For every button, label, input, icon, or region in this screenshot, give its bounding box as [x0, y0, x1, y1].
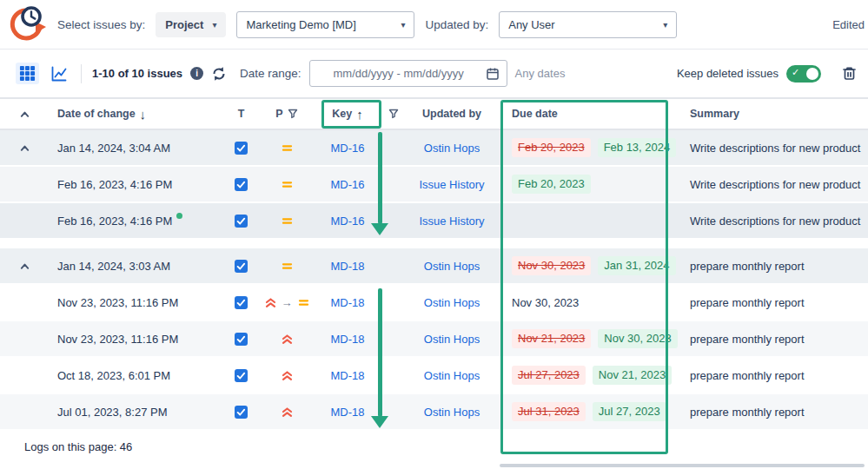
updated-by-link[interactable]: Ostin Hops	[424, 260, 480, 273]
summary-cell: prepare monthly report	[669, 285, 868, 320]
date-range-label: Date range:	[240, 67, 301, 80]
sort-desc-icon[interactable]: ↓	[140, 107, 147, 122]
priority-medium-icon	[282, 261, 293, 272]
due-date-old-value: Jul 31, 2023	[512, 402, 586, 421]
user-dropdown[interactable]: Any User ▾	[499, 11, 677, 38]
priority-cell	[261, 130, 313, 165]
date-of-change-cell: Jan 14, 2024, 3:04 AM	[49, 130, 222, 165]
issue-type-task-icon	[235, 178, 248, 191]
issue-key-link[interactable]: MD-18	[330, 406, 364, 419]
issue-key-link[interactable]: MD-18	[330, 369, 364, 382]
due-date-old-value: Feb 20, 2023	[512, 138, 591, 157]
updated-by-link[interactable]: Issue History	[419, 215, 484, 228]
due-date-cell	[500, 203, 669, 238]
toggle-knob	[806, 68, 818, 80]
issue-type-task-icon	[235, 333, 248, 346]
issue-type-task-icon	[235, 215, 248, 228]
due-date-new-value: Nov 21, 2023	[593, 366, 672, 385]
date-of-change-cell: Nov 23, 2023, 11:16 PM	[49, 321, 222, 356]
keep-deleted-label: Keep deleted issues	[677, 67, 779, 80]
date-of-change-cell: Jan 14, 2024, 3:03 AM	[49, 248, 222, 283]
table-view-icon[interactable]	[16, 63, 39, 84]
date-of-change-cell: Feb 16, 2023, 4:16 PM	[49, 203, 222, 238]
project-dropdown-value: Marketing Demo [MD]	[246, 18, 355, 31]
select-by-mode-value: Project	[165, 18, 203, 31]
column-summary[interactable]: Summary	[690, 108, 739, 120]
refresh-icon[interactable]	[211, 66, 227, 82]
column-priority[interactable]: P	[275, 108, 282, 120]
horizontal-scrollbar[interactable]	[500, 464, 865, 467]
priority-high-icon	[282, 334, 293, 345]
summary-cell: prepare monthly report	[669, 394, 868, 429]
due-date-cell: Feb 20, 2023	[500, 167, 669, 201]
user-dropdown-value: Any User	[508, 18, 554, 31]
chevron-down-icon: ▾	[663, 20, 667, 30]
issue-key-link[interactable]: MD-18	[330, 296, 364, 309]
priority-high-icon	[282, 406, 293, 418]
due-date-new-value: Jul 27, 2023	[593, 402, 666, 421]
priority-medium-icon	[282, 142, 293, 154]
select-by-mode-dropdown[interactable]: Project ▾	[156, 12, 226, 37]
column-updated-by[interactable]: Updated by	[422, 108, 481, 120]
log-row: Oct 18, 2023, 6:01 PMMD-18Ostin HopsJul …	[0, 358, 868, 394]
priority-cell	[261, 248, 313, 283]
due-date-old-value: Jul 27, 2023	[512, 366, 586, 385]
filter-icon[interactable]	[388, 109, 399, 119]
table-header: Date of change ↓ T P Key ↑ Updated by Du…	[0, 97, 868, 130]
issue-key-link[interactable]: MD-16	[330, 178, 364, 191]
project-dropdown[interactable]: Marketing Demo [MD] ▾	[236, 11, 414, 38]
due-date-value: Nov 30, 2023	[512, 296, 579, 309]
due-date-cell: Feb 20, 2023Feb 13, 2024	[500, 130, 669, 165]
issue-key-link[interactable]: MD-16	[330, 142, 364, 155]
date-range-input[interactable]	[309, 60, 507, 87]
due-date-new-value: Jan 31, 2024	[598, 256, 675, 275]
table-body: Jan 14, 2024, 3:04 AMMD-16Ostin HopsFeb …	[0, 130, 868, 431]
trash-icon[interactable]	[841, 65, 858, 82]
due-date-cell: Jul 31, 2023Jul 27, 2023	[500, 394, 669, 429]
calendar-icon[interactable]	[486, 67, 500, 81]
chart-view-icon[interactable]	[47, 63, 70, 84]
column-date-of-change[interactable]: Date of change	[57, 108, 136, 120]
updated-by-link[interactable]: Issue History	[419, 178, 484, 191]
column-key[interactable]: Key	[332, 108, 352, 120]
updated-by-label: Updated by:	[425, 18, 488, 31]
collapse-all-icon[interactable]	[19, 109, 30, 120]
toolbar: 1-10 of 10 issues i Date range: Any date…	[0, 50, 868, 97]
date-of-change-cell: Feb 16, 2023, 4:16 PM	[49, 167, 222, 201]
priority-cell: →	[261, 285, 313, 320]
updated-by-link[interactable]: Ostin Hops	[424, 142, 480, 155]
priority-cell	[261, 394, 313, 429]
updated-by-link[interactable]: Ostin Hops	[424, 406, 480, 419]
log-row: Jan 14, 2024, 3:04 AMMD-16Ostin HopsFeb …	[0, 130, 868, 167]
column-type[interactable]: T	[238, 108, 245, 120]
issue-type-task-icon	[235, 296, 248, 309]
collapse-group-icon[interactable]	[19, 142, 30, 154]
date-range-field[interactable]	[317, 67, 480, 80]
issue-key-link[interactable]: MD-16	[330, 215, 364, 228]
updated-by-link[interactable]: Ostin Hops	[424, 296, 480, 309]
issue-type-task-icon	[235, 406, 248, 419]
due-date-old-value: Nov 21, 2023	[512, 329, 591, 348]
log-row: Nov 23, 2023, 11:16 PMMD-18Ostin HopsNov…	[0, 321, 868, 358]
app-logo-icon	[7, 4, 47, 44]
summary-cell: prepare monthly report	[669, 321, 868, 356]
check-icon: ✓	[792, 67, 799, 78]
due-date-new-value: Nov 30, 2023	[598, 329, 677, 348]
priority-change-arrow-icon: →	[282, 296, 293, 309]
priority-cell	[261, 203, 313, 238]
filter-icon[interactable]	[288, 109, 298, 119]
priority-medium-icon	[282, 179, 293, 190]
collapse-group-icon[interactable]	[19, 261, 30, 272]
due-date-new-value: Feb 13, 2024	[598, 138, 677, 157]
sort-asc-icon[interactable]: ↑	[356, 107, 363, 122]
info-icon[interactable]: i	[190, 67, 203, 80]
issue-key-link[interactable]: MD-18	[330, 333, 364, 346]
updated-by-link[interactable]: Ostin Hops	[424, 369, 480, 382]
issue-key-link[interactable]: MD-18	[330, 260, 364, 273]
column-due-date[interactable]: Due date	[512, 108, 558, 120]
log-row: Feb 16, 2023, 4:16 PMMD-16Issue HistoryF…	[0, 167, 868, 203]
priority-cell	[261, 358, 313, 393]
keep-deleted-toggle[interactable]: ✓	[786, 65, 821, 83]
priority-medium-icon	[282, 215, 293, 227]
updated-by-link[interactable]: Ostin Hops	[424, 333, 480, 346]
